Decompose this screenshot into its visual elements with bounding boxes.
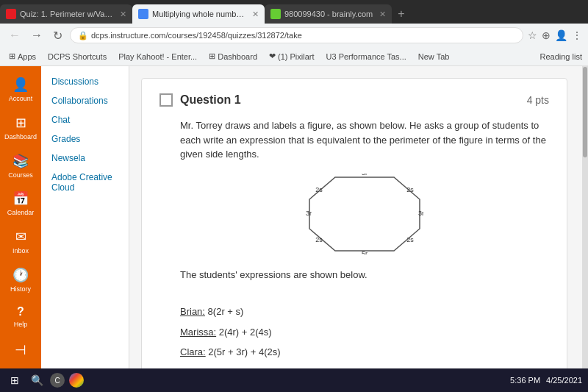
- new-tab-button[interactable]: +: [392, 4, 410, 24]
- calendar-icon: 📅: [12, 190, 29, 207]
- tab-quiz[interactable]: Quiz: 1. Perimeter w/Variables (A... ✕: [0, 4, 132, 24]
- tab-label-quiz: Quiz: 1. Perimeter w/Variables (A...: [20, 10, 113, 18]
- tab-favicon-brainly: [270, 9, 281, 19]
- bookmark-dcps[interactable]: DCPS Shortcuts: [45, 51, 110, 63]
- svg-text:3r: 3r: [306, 210, 312, 217]
- question-checkbox[interactable]: [159, 93, 173, 107]
- marissa-expr: 2(4r) + 2(4s): [219, 327, 272, 338]
- tab-brainly[interactable]: 980099430 - brainly.com ✕: [265, 4, 392, 24]
- question-header-row: Question 1 4 pts Mr. Torrey draws and la…: [159, 93, 549, 368]
- address-bar[interactable]: 🔒 dcps.instructure.com/courses/192458/qu…: [70, 27, 523, 43]
- marissa-name: Marissa:: [180, 327, 216, 338]
- tab-label-math: Multiplying whole numbers by 1...: [152, 10, 245, 18]
- reading-list[interactable]: Reading list: [540, 52, 582, 61]
- courses-label: Courses: [8, 171, 33, 179]
- tab-close-math[interactable]: ✕: [252, 10, 259, 19]
- clara-name: Clara:: [180, 346, 206, 357]
- nav-grades[interactable]: Grades: [41, 129, 129, 149]
- back-button[interactable]: ←: [6, 27, 24, 43]
- tab-favicon-quiz: [6, 9, 16, 19]
- sidebar-item-account[interactable]: 👤 Account: [0, 72, 41, 107]
- taskbar-start[interactable]: ⊞: [6, 371, 24, 389]
- calendar-label: Calendar: [7, 209, 35, 217]
- history-label: History: [10, 285, 31, 293]
- sidebar-item-dashboard[interactable]: ⊞ Dashboard: [0, 110, 41, 146]
- nav-discussions[interactable]: Discussions: [41, 72, 129, 91]
- taskbar-right: 5:36 PM 4/25/2021: [510, 376, 582, 385]
- tab-bar: Quiz: 1. Perimeter w/Variables (A... ✕ M…: [0, 0, 588, 24]
- account-icon: 👤: [12, 76, 29, 93]
- bookmark-u3[interactable]: U3 Performance Tas...: [323, 51, 409, 63]
- students-section: The students' expressions are shown belo…: [180, 266, 549, 369]
- nav-chat[interactable]: Chat: [41, 110, 129, 129]
- inbox-label: Inbox: [12, 247, 29, 255]
- scrollbar[interactable]: [582, 66, 588, 368]
- svg-text:2s: 2s: [406, 186, 414, 193]
- sidebar-item-history[interactable]: 🕐 History: [0, 263, 41, 298]
- svg-text:2s: 2s: [315, 236, 323, 243]
- forward-button[interactable]: →: [28, 27, 46, 43]
- bookmark-pixilart[interactable]: ❤ (1) Pixilart: [266, 50, 318, 63]
- sidebar-item-courses[interactable]: 📚 Courses: [0, 149, 41, 184]
- bookmark-kahoot[interactable]: Play Kahoot! - Enter...: [115, 51, 200, 63]
- tab-close-brainly[interactable]: ✕: [379, 10, 386, 19]
- dashboard-label: Dashboard: [4, 133, 37, 141]
- question-body: Mr. Torrey draws and labels a figure, as…: [180, 118, 549, 162]
- figure-container: 5r 2s 2s 3r 3r 2s 2s: [180, 174, 549, 254]
- dashboard-icon: ⊞: [15, 115, 26, 131]
- address-text: dcps.instructure.com/courses/192458/quiz…: [91, 31, 302, 40]
- tab-favicon-math: [138, 9, 148, 19]
- bookmark-dashboard[interactable]: ⊞ Dashboard: [206, 50, 260, 63]
- sidebar-item-calendar[interactable]: 📅 Calendar: [0, 186, 41, 221]
- tab-math[interactable]: Multiplying whole numbers by 1... ✕: [132, 4, 265, 24]
- sidebar-item-collapse[interactable]: ⊣: [0, 338, 41, 363]
- taskbar-chrome[interactable]: [69, 373, 84, 388]
- content-area: Question 1 4 pts Mr. Torrey draws and la…: [129, 66, 582, 368]
- main-area: 👤 Account ⊞ Dashboard 📚 Courses 📅 Calend…: [0, 66, 588, 368]
- svg-text:2s: 2s: [406, 236, 414, 243]
- course-nav: Discussions Collaborations Chat Grades N…: [41, 66, 129, 368]
- help-icon: ?: [17, 305, 24, 318]
- more-icon[interactable]: ⋮: [572, 29, 582, 41]
- students-intro: The students' expressions are shown belo…: [180, 266, 549, 283]
- star-icon[interactable]: ☆: [528, 29, 537, 41]
- tab-close-quiz[interactable]: ✕: [120, 10, 126, 19]
- collapse-icon: ⊣: [15, 342, 26, 358]
- nav-newsela[interactable]: Newsela: [41, 149, 129, 168]
- nav-adobe[interactable]: Adobe Creative Cloud: [41, 168, 129, 197]
- sidebar-item-help[interactable]: ? Help: [0, 301, 41, 333]
- reload-button[interactable]: ↻: [50, 27, 65, 44]
- browser-extension-icon[interactable]: ⊕: [542, 29, 551, 41]
- expr-brian: Brian: 8(2r + s): [180, 303, 549, 320]
- nav-icons: ☆ ⊕ 👤 ⋮: [528, 29, 582, 41]
- profile-icon[interactable]: 👤: [555, 29, 567, 41]
- expr-marissa: Marissa: 2(4r) + 2(4s): [180, 324, 549, 341]
- svg-marker-0: [309, 177, 420, 251]
- svg-text:2s: 2s: [315, 186, 323, 193]
- nav-collaborations[interactable]: Collaborations: [41, 91, 129, 110]
- brian-name: Brian:: [180, 306, 205, 317]
- svg-text:5r: 5r: [362, 250, 368, 254]
- history-icon: 🕐: [12, 267, 29, 283]
- sidebar-item-inbox[interactable]: ✉ Inbox: [0, 224, 41, 260]
- tab-label-brainly: 980099430 - brainly.com: [284, 10, 373, 18]
- question-card: Question 1 4 pts Mr. Torrey draws and la…: [141, 78, 567, 368]
- question-pts: 4 pts: [527, 94, 549, 106]
- taskbar-cortana[interactable]: C: [50, 373, 65, 388]
- lock-icon: 🔒: [78, 31, 88, 40]
- question-title-row: Question 1 4 pts: [180, 93, 549, 107]
- scroll-thumb[interactable]: [583, 67, 587, 157]
- question-title: Question 1: [180, 93, 241, 107]
- taskbar: ⊞ 🔍 C 5:36 PM 4/25/2021: [0, 368, 588, 392]
- help-label: Help: [14, 321, 28, 329]
- account-label: Account: [9, 95, 33, 103]
- bookmark-newtab[interactable]: New Tab: [415, 51, 453, 63]
- taskbar-time: 5:36 PM: [510, 376, 540, 385]
- svg-text:3r: 3r: [418, 210, 423, 217]
- browser-chrome: Quiz: 1. Perimeter w/Variables (A... ✕ M…: [0, 0, 588, 66]
- courses-icon: 📚: [12, 153, 29, 169]
- brian-expr: 8(2r + s): [208, 306, 244, 317]
- expr-clara: Clara: 2(5r + 3r) + 4(2s): [180, 343, 549, 360]
- taskbar-search[interactable]: 🔍: [28, 371, 46, 389]
- bookmark-apps[interactable]: ⊞ Apps: [6, 50, 39, 63]
